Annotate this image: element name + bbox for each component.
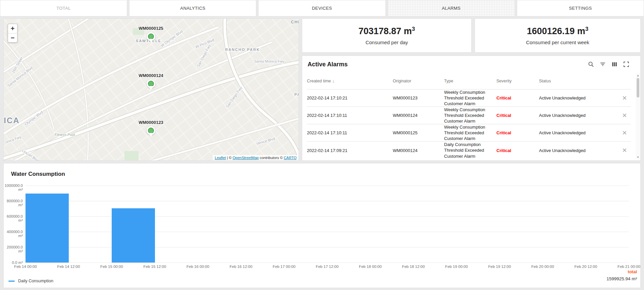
fullscreen-icon[interactable] <box>623 61 630 68</box>
alarm-created-time: 2022-02-14 17:10:11 <box>307 130 393 135</box>
map-zoom-control: + − <box>8 24 17 43</box>
map-zoom-in-button[interactable]: + <box>8 24 17 33</box>
alarm-type: Weekly Consumption Threshold Exceeded Cu… <box>444 107 496 124</box>
search-icon[interactable] <box>588 61 594 68</box>
column-label: Type <box>444 79 453 83</box>
alarm-status: Active Unacknowledged <box>539 148 614 153</box>
alarm-severity: Critical <box>496 130 539 135</box>
x-axis-tick: Feb 19 00:00 <box>445 265 468 269</box>
alarms-title: Active Alarms <box>308 61 347 68</box>
chart-total: total 1599925.94 m³ <box>606 269 637 281</box>
alarm-originator: WM0000124 <box>393 148 444 153</box>
alarm-row[interactable]: 2022-02-14 17:10:11 WM0000124 Weekly Con… <box>307 107 631 124</box>
clear-alarm-icon[interactable]: ✕ <box>622 147 627 154</box>
alarm-status: Active Unacknowledged <box>539 113 614 118</box>
x-axis-tick: Feb 14 00:00 <box>14 265 37 269</box>
map-marker-wm0000123[interactable]: WM0000123 <box>147 126 155 135</box>
x-axis-tick: Feb 20 00:00 <box>531 265 554 269</box>
chart-plot-area: 1000000.0 m³ 800000.0 m³ 600000.0 m³ 400… <box>25 186 629 263</box>
tab-total[interactable]: TOTAL <box>0 0 127 16</box>
alarm-created-time: 2022-02-14 17:09:21 <box>307 148 393 153</box>
map-pin-icon <box>147 126 155 135</box>
legend-series-color-line <box>8 281 15 282</box>
clear-alarm-icon[interactable]: ✕ <box>622 94 627 102</box>
column-header-originator[interactable]: Originator <box>393 79 444 83</box>
map-label-fitness-pool: Fitness Pool <box>55 133 75 137</box>
value-unit: m <box>401 26 412 36</box>
sort-descending-icon: ↓ <box>332 78 335 83</box>
bar-feb-15 <box>112 208 155 263</box>
alarm-row[interactable]: 2022-02-14 17:10:11 WM0000125 Weekly Con… <box>307 124 631 142</box>
alarm-created-time: 2022-02-14 17:10:21 <box>307 95 393 100</box>
map-marker-wm0000125[interactable]: WM0000125 <box>147 32 155 41</box>
alarm-originator: WM0000125 <box>393 130 444 135</box>
map-widget[interactable]: CHI SAWTELLE RANCHO PARK PA ICA Santa Mo… <box>3 18 299 161</box>
alarm-severity: Critical <box>496 148 539 153</box>
openstreetmap-link[interactable]: OpenStreetMap <box>232 156 259 160</box>
columns-icon[interactable] <box>611 61 618 68</box>
chart-total-value: 1599925.94 m³ <box>606 276 637 281</box>
x-axis-tick: Feb 21 00:00 <box>618 265 640 269</box>
alarms-header: Active Alarms <box>302 56 640 73</box>
map-pin-icon <box>147 32 155 41</box>
column-header-created-time[interactable]: Created time↓ <box>307 78 393 83</box>
x-axis-tick: Feb 19 12:00 <box>488 265 511 269</box>
tab-alarms[interactable]: ALARMS <box>388 0 515 16</box>
value-number: 703178.87 <box>359 26 401 36</box>
y-axis-tick: 1000000.0 m³ <box>2 184 23 192</box>
legend-item-daily-consumption[interactable]: Daily Consumption <box>8 279 53 283</box>
filter-icon[interactable] <box>599 61 606 68</box>
map-label-santa-monica-fwy: Santa Monica Fwy <box>254 59 285 63</box>
dashboard: TOTAL ANALYTICS DEVICES ALARMS SETTINGS <box>0 0 644 290</box>
tab-devices[interactable]: DEVICES <box>258 0 385 16</box>
tab-settings[interactable]: SETTINGS <box>517 0 644 16</box>
consumed-per-week-caption: Consumed per current week <box>526 40 589 45</box>
alarms-scrollbar[interactable]: ▲ ▼ <box>636 73 640 159</box>
alarm-status: Active Unacknowledged <box>539 130 614 135</box>
map-park-patch <box>124 151 139 160</box>
column-header-status[interactable]: Status <box>539 79 614 83</box>
alarm-severity: Critical <box>496 113 539 118</box>
map-label-rancho-park: RANCHO PARK <box>225 48 260 52</box>
attribution-separator: | © <box>226 156 232 160</box>
x-axis-tick: Feb 18 12:00 <box>402 265 425 269</box>
alarm-row[interactable]: 2022-02-14 17:09:21 WM0000124 Daily Cons… <box>307 142 631 159</box>
map-zoom-out-button[interactable]: − <box>8 33 17 42</box>
scrollbar-thumb[interactable] <box>637 78 639 97</box>
x-axis: Feb 14 00:00 Feb 14 12:00 Feb 15 00:00 F… <box>25 265 629 270</box>
alarm-severity: Critical <box>496 95 539 100</box>
map-marker-label: WM0000125 <box>139 26 163 31</box>
tab-analytics[interactable]: ANALYTICS <box>129 0 256 16</box>
x-axis-tick: Feb 16 12:00 <box>230 265 253 269</box>
water-consumption-widget: Water Consumption 1000000.0 m³ 800000.0 … <box>3 163 641 288</box>
column-label: Status <box>539 79 551 83</box>
column-label: Originator <box>393 79 411 83</box>
carto-link[interactable]: CARTO <box>284 156 297 160</box>
chart-total-label: total <box>606 269 637 274</box>
column-header-severity[interactable]: Severity <box>496 79 539 83</box>
active-alarms-widget: Active Alarms Created time↓ Originat <box>302 56 641 161</box>
alarm-created-time: 2022-02-14 17:10:11 <box>307 113 393 118</box>
value-exponent: 3 <box>412 26 415 32</box>
map-marker-wm0000124[interactable]: WM0000124 <box>147 79 155 88</box>
scroll-down-icon[interactable]: ▼ <box>636 155 640 159</box>
clear-alarm-icon[interactable]: ✕ <box>622 112 627 119</box>
leaflet-link[interactable]: Leaflet <box>215 156 226 160</box>
scroll-up-icon[interactable]: ▲ <box>636 73 640 77</box>
alarm-row[interactable]: 2022-02-14 17:10:21 WM0000123 Weekly Con… <box>307 89 631 107</box>
map-label-pa: PA <box>294 92 299 96</box>
alarm-type: Weekly Consumption Threshold Exceeded Cu… <box>444 89 496 106</box>
x-axis-tick: Feb 16 00:00 <box>186 265 209 269</box>
clear-alarm-icon[interactable]: ✕ <box>622 129 627 137</box>
alarms-table-header: Created time↓ Originator Type Severity S… <box>307 73 631 89</box>
x-axis-tick: Feb 14 12:00 <box>57 265 80 269</box>
y-axis-tick: 0.0 m³ <box>2 261 23 265</box>
map-attribution: Leaflet | © OpenStreetMap contributors ©… <box>213 155 299 160</box>
y-axis-tick: 200000.0 m³ <box>2 245 23 253</box>
y-axis-tick: 600000.0 m³ <box>2 214 23 222</box>
bar-feb-14 <box>25 194 69 263</box>
column-header-type[interactable]: Type <box>444 79 496 83</box>
alarms-table: Created time↓ Originator Type Severity S… <box>307 73 631 159</box>
alarm-originator: WM0000123 <box>393 95 444 100</box>
chart-title: Water Consumption <box>11 171 65 177</box>
